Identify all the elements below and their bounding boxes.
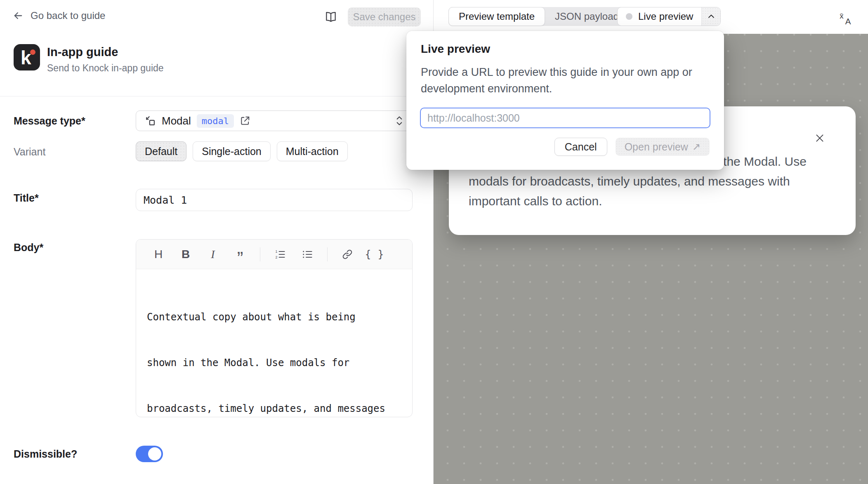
live-preview-popover: Live preview Provide a URL to preview th… <box>406 31 724 170</box>
dismissible-label: Dismissible? <box>14 448 77 460</box>
popover-actions: Cancel Open preview ↗ <box>554 138 710 156</box>
live-preview-label: Live preview <box>638 11 693 22</box>
modal-preview-line: modals for broadcasts, timely updates, a… <box>469 172 807 191</box>
dismissible-toggle[interactable] <box>136 446 163 462</box>
body-editor[interactable]: H B I ” 12 { } Contextual copy about wha… <box>136 239 413 417</box>
top-toolbar: Go back to guide Save changes Preview te… <box>0 0 868 34</box>
popover-description-line: Provide a URL to preview this guide in y… <box>421 64 692 80</box>
body-label: Body* <box>14 242 43 254</box>
variables-braces-icon[interactable]: { } <box>364 245 385 264</box>
back-to-guide-label: Go back to guide <box>31 10 105 21</box>
cancel-button[interactable]: Cancel <box>554 138 607 156</box>
modal-preview-line: important calls to action. <box>469 191 807 211</box>
toggle-knob <box>148 447 161 461</box>
title-input[interactable] <box>136 189 413 211</box>
body-line: Contextual copy about what is being <box>147 310 401 325</box>
body-editor-toolbar: H B I ” 12 { } <box>136 240 412 269</box>
header-divider <box>433 0 434 34</box>
live-preview-split-button[interactable]: Live preview <box>617 7 721 26</box>
close-icon[interactable] <box>813 131 827 145</box>
variant-options: Default Single-action Multi-action <box>136 141 348 161</box>
popover-description-line: development environment. <box>421 80 692 97</box>
variant-label: Variant <box>14 146 45 158</box>
message-type-select[interactable]: Modal modal <box>136 110 413 131</box>
open-preview-label: Open preview <box>625 141 688 153</box>
preview-url-input[interactable] <box>420 108 710 128</box>
external-link-icon[interactable] <box>240 115 250 126</box>
ordered-list-icon[interactable]: 12 <box>269 245 291 264</box>
toolbar-divider <box>260 247 260 261</box>
svg-text:x̄: x̄ <box>840 12 844 20</box>
template-editor-panel: k In-app guide Send to Knock in-app guid… <box>0 34 433 484</box>
popover-title: Live preview <box>421 42 490 56</box>
save-changes-button[interactable]: Save changes <box>348 7 421 26</box>
live-preview-caret[interactable] <box>701 7 720 26</box>
variant-multi-action-button[interactable]: Multi-action <box>277 141 348 161</box>
live-preview-main[interactable]: Live preview <box>618 7 701 26</box>
link-icon[interactable] <box>337 245 358 264</box>
select-chevrons-icon <box>395 114 404 127</box>
heading-icon[interactable]: H <box>148 245 169 264</box>
blockquote-icon[interactable]: ” <box>229 245 251 264</box>
chevron-up-icon <box>706 12 716 21</box>
italic-icon[interactable]: I <box>202 245 224 264</box>
svg-text:2: 2 <box>276 255 278 259</box>
status-dot-icon <box>626 13 632 20</box>
modal-type-icon <box>144 115 156 127</box>
open-preview-button[interactable]: Open preview ↗ <box>616 138 710 156</box>
book-icon[interactable] <box>324 10 337 25</box>
knock-logo-letter: k <box>21 47 31 69</box>
svg-text:1: 1 <box>276 249 278 253</box>
bullet-list-icon[interactable] <box>297 245 318 264</box>
tab-preview-template[interactable]: Preview template <box>448 7 545 26</box>
knock-logo-dot <box>30 49 35 55</box>
body-line: shown in the Modal. Use modals for <box>147 355 401 371</box>
svg-text:A: A <box>845 16 851 26</box>
toolbar-divider <box>327 247 328 261</box>
message-type-value: Modal <box>162 115 191 127</box>
bold-icon[interactable]: B <box>175 245 196 264</box>
knock-logo: k <box>14 44 40 70</box>
channel-subtitle: Send to Knock in-app guide <box>47 63 164 74</box>
translate-icon[interactable]: x̄A <box>838 10 854 27</box>
channel-title: In-app guide <box>47 45 118 59</box>
popover-description: Provide a URL to preview this guide in y… <box>421 64 692 97</box>
arrow-left-icon <box>12 10 24 21</box>
section-divider <box>0 96 433 96</box>
arrow-up-right-icon: ↗ <box>692 141 701 153</box>
message-type-label: Message type* <box>14 115 85 127</box>
back-to-guide-link[interactable]: Go back to guide <box>12 10 105 21</box>
body-editor-content[interactable]: Contextual copy about what is being show… <box>136 269 412 417</box>
page: Contextual copy about what is being show… <box>0 0 868 484</box>
preview-mode-tabs: Preview template JSON payload <box>448 7 629 26</box>
message-type-badge: modal <box>197 114 234 128</box>
title-label: Title* <box>14 192 39 204</box>
variant-default-button[interactable]: Default <box>136 141 186 161</box>
tab-json-payload[interactable]: JSON payload <box>545 7 629 26</box>
variant-single-action-button[interactable]: Single-action <box>193 141 271 161</box>
body-line: broadcasts, timely updates, and messages <box>147 401 401 416</box>
